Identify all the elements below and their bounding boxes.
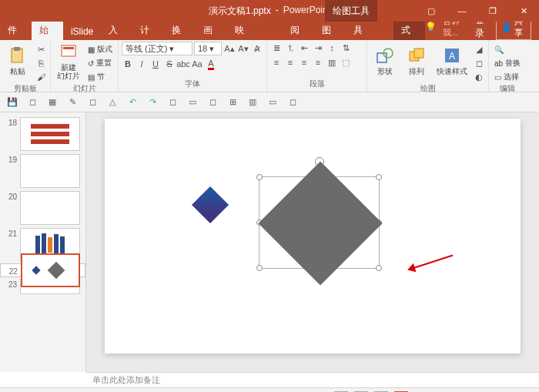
find-button[interactable]: 🔍: [492, 43, 523, 55]
paste-icon: [8, 46, 27, 65]
align-left-icon[interactable]: ≡: [270, 56, 283, 69]
tab-islide[interactable]: iSlide: [63, 23, 101, 40]
section-button[interactable]: ▤节: [85, 71, 115, 83]
quick-styles-button[interactable]: A 快速样式: [434, 42, 470, 82]
workspace: 18 19 20 21 22 23: [0, 112, 539, 372]
reset-icon: ↺: [88, 59, 94, 68]
chevron-down-icon: ▾: [209, 44, 214, 54]
redo-icon[interactable]: ↷: [146, 96, 159, 109]
bullets-icon[interactable]: ≣: [270, 42, 283, 54]
shadow-button[interactable]: abc: [177, 58, 189, 70]
thumbnail-18[interactable]: 18: [0, 116, 85, 152]
qat-icon-11[interactable]: ◻: [206, 96, 219, 109]
small-diamond-shape[interactable]: [192, 186, 229, 223]
section-icon: ▤: [88, 73, 95, 82]
svg-rect-3: [63, 47, 74, 49]
title-bar: 演示文稿1.pptx - PowerPoint 绘图工具 ▢ — ❐ ✕: [0, 0, 539, 22]
group-clipboard: 粘贴 ✂ ⎘ 🖌 剪贴板: [0, 40, 51, 92]
resize-handle-br[interactable]: [376, 265, 382, 271]
svg-text:A: A: [449, 51, 455, 62]
qat-icon-5[interactable]: ◻: [86, 96, 99, 109]
format-painter-icon[interactable]: 🖌: [35, 71, 47, 83]
reset-button[interactable]: ↺重置: [85, 57, 115, 69]
search-icon: 🔍: [494, 45, 504, 54]
qat-icon-4[interactable]: ✎: [66, 96, 79, 109]
font-size-select[interactable]: 18▾: [194, 42, 222, 55]
select-button[interactable]: ▭选择: [492, 71, 523, 83]
replace-icon: ab: [494, 59, 503, 68]
strike-button[interactable]: S: [163, 58, 176, 70]
selection-box[interactable]: [259, 176, 380, 269]
shape-outline-icon[interactable]: ◻: [473, 57, 485, 69]
group-label-clipboard: 剪贴板: [3, 83, 47, 95]
resize-handle-bl[interactable]: [256, 265, 263, 271]
justify-icon[interactable]: ≡: [312, 56, 324, 69]
qat-icon-12[interactable]: ⊞: [226, 96, 239, 109]
arrange-button[interactable]: 排列: [402, 42, 431, 82]
layout-button[interactable]: ▦版式: [85, 43, 115, 55]
numbering-icon[interactable]: ⒈: [284, 42, 296, 54]
lightbulb-icon: 💡: [425, 22, 437, 32]
qat-icon-3[interactable]: ▦: [46, 96, 59, 109]
svg-rect-7: [414, 49, 424, 58]
replace-button[interactable]: ab替换: [492, 57, 523, 69]
clear-format-icon[interactable]: A̷: [251, 42, 263, 55]
svg-rect-1: [14, 47, 20, 51]
cut-icon[interactable]: ✂: [35, 43, 47, 55]
text-direction-icon[interactable]: ⇅: [340, 42, 352, 54]
slide-thumbnails[interactable]: 18 19 20 21 22 23: [0, 112, 86, 372]
italic-button[interactable]: I: [136, 58, 148, 70]
increase-font-icon[interactable]: A▴: [223, 42, 236, 55]
shape-effects-icon[interactable]: ◐: [473, 71, 485, 83]
qat-icon-10[interactable]: ▭: [186, 96, 199, 109]
copy-icon[interactable]: ⎘: [35, 57, 47, 69]
shapes-button[interactable]: 形状: [370, 42, 400, 82]
paste-button[interactable]: 粘贴: [3, 42, 32, 82]
shapes-icon: [376, 46, 394, 65]
thumbnail-22[interactable]: 22: [0, 263, 85, 277]
thumbnail-20[interactable]: 20: [0, 189, 85, 226]
save-icon[interactable]: 💾: [6, 96, 18, 109]
qat-icon-9[interactable]: ◻: [166, 96, 179, 109]
new-slide-button[interactable]: 新建 幻灯片: [54, 42, 83, 82]
underline-button[interactable]: U: [149, 58, 162, 70]
undo-icon[interactable]: ↶: [126, 96, 139, 109]
qat-icon-2[interactable]: ◻: [26, 96, 38, 109]
smartart-icon[interactable]: ⬚: [340, 56, 352, 69]
resize-handle-tr[interactable]: [376, 174, 382, 180]
restore-icon[interactable]: ❐: [477, 0, 508, 22]
minimize-icon[interactable]: —: [447, 0, 477, 22]
slide-area[interactable]: [105, 119, 521, 353]
resize-handle-tl[interactable]: [256, 174, 263, 180]
font-color-button[interactable]: A: [205, 58, 217, 70]
large-diamond-shape[interactable]: [258, 161, 382, 285]
qat-icon-13[interactable]: ▥: [246, 96, 259, 109]
line-spacing-icon[interactable]: ↕: [326, 42, 338, 54]
font-family-select[interactable]: 等线 (正文)▾: [122, 42, 192, 55]
qat-icon-6[interactable]: △: [106, 96, 119, 109]
char-spacing-button[interactable]: Aa: [191, 58, 203, 70]
shape-fill-icon[interactable]: ◢: [473, 43, 485, 55]
align-right-icon[interactable]: ≡: [298, 56, 310, 69]
indent-right-icon[interactable]: ⇥: [312, 42, 324, 54]
share-icon: 👤: [501, 22, 512, 32]
columns-icon[interactable]: ▥: [326, 56, 338, 69]
notes-pane[interactable]: 单击此处添加备注: [86, 372, 539, 387]
title-dash: -: [276, 5, 279, 18]
close-icon[interactable]: ✕: [508, 0, 539, 22]
slide-canvas[interactable]: [86, 112, 539, 372]
window-controls: ▢ — ❐ ✕: [416, 0, 539, 22]
decrease-font-icon[interactable]: A▾: [237, 42, 249, 55]
align-center-icon[interactable]: ≡: [284, 56, 296, 69]
ribbon-options-icon[interactable]: ▢: [416, 0, 447, 22]
contextual-tab-drawing-tools[interactable]: 绘图工具: [325, 0, 377, 22]
qat-icon-15[interactable]: ◻: [286, 96, 299, 109]
indent-left-icon[interactable]: ⇤: [298, 42, 310, 54]
group-label-font: 字体: [122, 79, 263, 90]
group-label-editing: 编辑: [492, 83, 523, 95]
quick-access-toolbar: 💾 ◻ ▦ ✎ ◻ △ ↶ ↷ ◻ ▭ ◻ ⊞ ▥ ▭ ◻: [0, 92, 539, 112]
filename-text: 演示文稿1.pptx: [209, 5, 271, 18]
thumbnail-19[interactable]: 19: [0, 152, 85, 189]
qat-icon-14[interactable]: ▭: [266, 96, 279, 109]
bold-button[interactable]: B: [122, 58, 134, 70]
